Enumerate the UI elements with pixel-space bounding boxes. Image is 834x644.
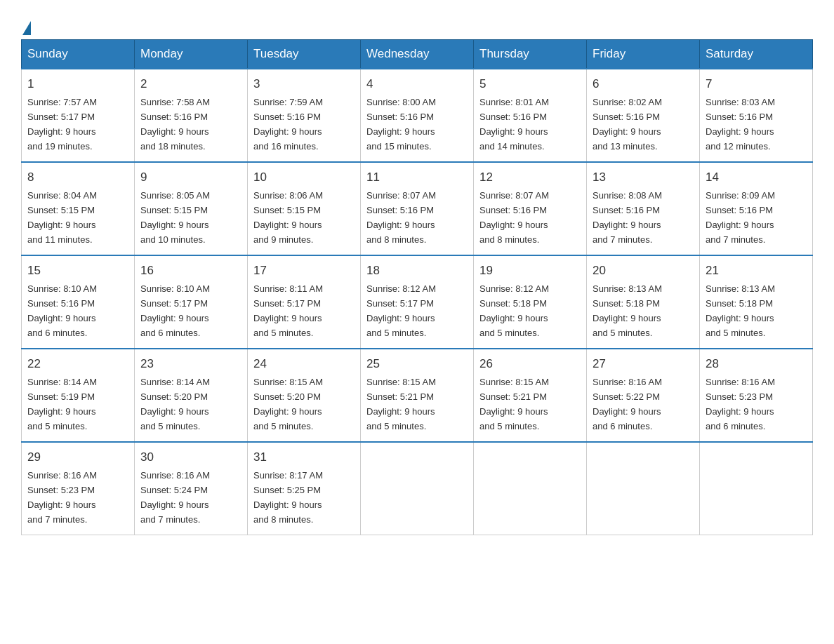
day-number: 30 [140, 448, 241, 467]
day-header-tuesday: Tuesday [248, 40, 361, 69]
logo [21, 21, 32, 32]
day-number: 16 [140, 262, 241, 280]
logo-text [21, 21, 32, 35]
calendar-cell: 2 Sunrise: 7:58 AMSunset: 5:16 PMDayligh… [135, 69, 248, 162]
calendar-cell: 23 Sunrise: 8:14 AMSunset: 5:20 PMDaylig… [135, 349, 248, 442]
day-info: Sunrise: 8:12 AMSunset: 5:17 PMDaylight:… [366, 283, 436, 338]
calendar-cell: 21 Sunrise: 8:13 AMSunset: 5:18 PMDaylig… [700, 255, 813, 349]
day-info: Sunrise: 8:10 AMSunset: 5:16 PMDaylight:… [27, 283, 97, 338]
calendar-cell: 7 Sunrise: 8:03 AMSunset: 5:16 PMDayligh… [700, 69, 813, 162]
day-number: 28 [706, 355, 807, 373]
calendar-cell: 15 Sunrise: 8:10 AMSunset: 5:16 PMDaylig… [22, 255, 135, 349]
calendar-cell: 22 Sunrise: 8:14 AMSunset: 5:19 PMDaylig… [22, 349, 135, 442]
calendar-cell [587, 442, 700, 535]
day-info: Sunrise: 7:59 AMSunset: 5:16 PMDaylight:… [253, 97, 323, 152]
calendar-cell: 19 Sunrise: 8:12 AMSunset: 5:18 PMDaylig… [474, 255, 587, 349]
calendar-week-4: 22 Sunrise: 8:14 AMSunset: 5:19 PMDaylig… [22, 349, 813, 442]
calendar-week-2: 8 Sunrise: 8:04 AMSunset: 5:15 PMDayligh… [22, 162, 813, 255]
day-number: 13 [593, 168, 694, 187]
calendar-cell: 26 Sunrise: 8:15 AMSunset: 5:21 PMDaylig… [474, 349, 587, 442]
day-info: Sunrise: 8:16 AMSunset: 5:22 PMDaylight:… [593, 377, 662, 431]
day-info: Sunrise: 8:06 AMSunset: 5:15 PMDaylight:… [253, 190, 323, 245]
day-number: 1 [27, 75, 128, 93]
day-number: 20 [593, 262, 694, 280]
calendar-cell: 3 Sunrise: 7:59 AMSunset: 5:16 PMDayligh… [248, 69, 361, 162]
day-info: Sunrise: 8:13 AMSunset: 5:18 PMDaylight:… [593, 283, 662, 338]
day-header-friday: Friday [587, 40, 700, 69]
day-number: 10 [253, 168, 355, 187]
calendar-cell [361, 442, 474, 535]
day-header-wednesday: Wednesday [361, 40, 474, 69]
calendar-cell: 20 Sunrise: 8:13 AMSunset: 5:18 PMDaylig… [587, 255, 700, 349]
day-number: 12 [479, 168, 581, 187]
day-header-thursday: Thursday [474, 40, 587, 69]
day-number: 21 [706, 262, 807, 280]
day-info: Sunrise: 8:10 AMSunset: 5:17 PMDaylight:… [140, 283, 210, 338]
calendar-cell: 25 Sunrise: 8:15 AMSunset: 5:21 PMDaylig… [361, 349, 474, 442]
calendar-week-1: 1 Sunrise: 7:57 AMSunset: 5:17 PMDayligh… [22, 69, 813, 162]
day-info: Sunrise: 8:05 AMSunset: 5:15 PMDaylight:… [140, 190, 210, 245]
calendar-cell: 14 Sunrise: 8:09 AMSunset: 5:16 PMDaylig… [700, 162, 813, 255]
day-number: 27 [593, 355, 694, 373]
day-info: Sunrise: 8:14 AMSunset: 5:19 PMDaylight:… [27, 377, 97, 431]
calendar-cell: 17 Sunrise: 8:11 AMSunset: 5:17 PMDaylig… [248, 255, 361, 349]
day-number: 25 [366, 355, 468, 373]
calendar-cell: 13 Sunrise: 8:08 AMSunset: 5:16 PMDaylig… [587, 162, 700, 255]
day-number: 22 [27, 355, 128, 373]
calendar-week-5: 29 Sunrise: 8:16 AMSunset: 5:23 PMDaylig… [22, 442, 813, 535]
day-info: Sunrise: 8:17 AMSunset: 5:25 PMDaylight:… [253, 470, 323, 525]
day-info: Sunrise: 8:04 AMSunset: 5:15 PMDaylight:… [27, 190, 97, 245]
day-number: 5 [479, 75, 581, 93]
day-number: 6 [593, 75, 694, 93]
page-header [21, 14, 813, 32]
calendar-cell [700, 442, 813, 535]
day-info: Sunrise: 8:09 AMSunset: 5:16 PMDaylight:… [706, 190, 775, 245]
day-info: Sunrise: 8:15 AMSunset: 5:20 PMDaylight:… [253, 377, 323, 431]
day-number: 4 [366, 75, 468, 93]
day-number: 14 [706, 168, 807, 187]
calendar-cell: 12 Sunrise: 8:07 AMSunset: 5:16 PMDaylig… [474, 162, 587, 255]
day-number: 31 [253, 448, 355, 467]
day-info: Sunrise: 8:16 AMSunset: 5:24 PMDaylight:… [140, 470, 210, 525]
day-info: Sunrise: 8:00 AMSunset: 5:16 PMDaylight:… [366, 97, 436, 152]
calendar-cell: 9 Sunrise: 8:05 AMSunset: 5:15 PMDayligh… [135, 162, 248, 255]
calendar-cell: 29 Sunrise: 8:16 AMSunset: 5:23 PMDaylig… [22, 442, 135, 535]
day-info: Sunrise: 8:12 AMSunset: 5:18 PMDaylight:… [479, 283, 549, 338]
calendar-cell: 8 Sunrise: 8:04 AMSunset: 5:15 PMDayligh… [22, 162, 135, 255]
calendar-cell: 27 Sunrise: 8:16 AMSunset: 5:22 PMDaylig… [587, 349, 700, 442]
day-info: Sunrise: 8:08 AMSunset: 5:16 PMDaylight:… [593, 190, 662, 245]
day-number: 2 [140, 75, 241, 93]
day-info: Sunrise: 7:57 AMSunset: 5:17 PMDaylight:… [27, 97, 97, 152]
day-info: Sunrise: 7:58 AMSunset: 5:16 PMDaylight:… [140, 97, 210, 152]
day-number: 11 [366, 168, 468, 187]
calendar-cell: 31 Sunrise: 8:17 AMSunset: 5:25 PMDaylig… [248, 442, 361, 535]
day-info: Sunrise: 8:02 AMSunset: 5:16 PMDaylight:… [593, 97, 662, 152]
calendar-cell: 24 Sunrise: 8:15 AMSunset: 5:20 PMDaylig… [248, 349, 361, 442]
calendar-cell: 1 Sunrise: 7:57 AMSunset: 5:17 PMDayligh… [22, 69, 135, 162]
calendar-cell: 11 Sunrise: 8:07 AMSunset: 5:16 PMDaylig… [361, 162, 474, 255]
day-number: 9 [140, 168, 241, 187]
day-number: 7 [706, 75, 807, 93]
calendar-table: SundayMondayTuesdayWednesdayThursdayFrid… [21, 39, 813, 535]
day-number: 17 [253, 262, 355, 280]
day-info: Sunrise: 8:11 AMSunset: 5:17 PMDaylight:… [253, 283, 323, 338]
day-info: Sunrise: 8:15 AMSunset: 5:21 PMDaylight:… [479, 377, 549, 431]
day-number: 29 [27, 448, 128, 467]
calendar-cell: 6 Sunrise: 8:02 AMSunset: 5:16 PMDayligh… [587, 69, 700, 162]
day-number: 19 [479, 262, 581, 280]
day-number: 8 [27, 168, 128, 187]
day-info: Sunrise: 8:14 AMSunset: 5:20 PMDaylight:… [140, 377, 210, 431]
day-info: Sunrise: 8:15 AMSunset: 5:21 PMDaylight:… [366, 377, 436, 431]
calendar-header-row: SundayMondayTuesdayWednesdayThursdayFrid… [22, 40, 813, 69]
calendar-cell: 16 Sunrise: 8:10 AMSunset: 5:17 PMDaylig… [135, 255, 248, 349]
day-header-monday: Monday [135, 40, 248, 69]
day-number: 24 [253, 355, 355, 373]
calendar-cell: 10 Sunrise: 8:06 AMSunset: 5:15 PMDaylig… [248, 162, 361, 255]
day-number: 3 [253, 75, 355, 93]
day-info: Sunrise: 8:16 AMSunset: 5:23 PMDaylight:… [706, 377, 775, 431]
day-info: Sunrise: 8:01 AMSunset: 5:16 PMDaylight:… [479, 97, 549, 152]
day-info: Sunrise: 8:03 AMSunset: 5:16 PMDaylight:… [706, 97, 775, 152]
day-number: 15 [27, 262, 128, 280]
calendar-week-3: 15 Sunrise: 8:10 AMSunset: 5:16 PMDaylig… [22, 255, 813, 349]
day-info: Sunrise: 8:13 AMSunset: 5:18 PMDaylight:… [706, 283, 775, 338]
